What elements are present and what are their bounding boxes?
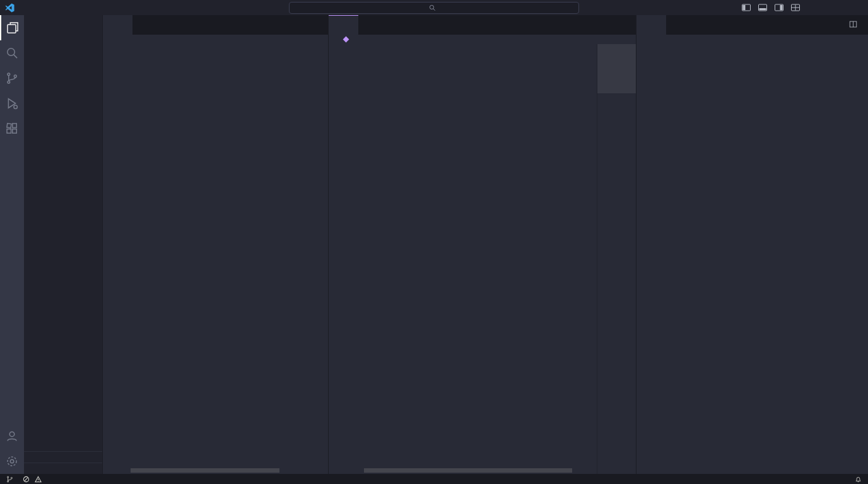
line-number-gutter (103, 44, 124, 474)
problems-indicator[interactable] (23, 476, 44, 483)
breadcrumb (103, 35, 328, 44)
editor-pane (329, 44, 636, 474)
code-area[interactable] (658, 44, 868, 474)
warnings-icon (35, 476, 42, 483)
breadcrumb (329, 35, 636, 44)
horizontal-scrollbar[interactable] (364, 468, 572, 473)
title-bar (0, 0, 868, 15)
extensions-icon[interactable] (0, 116, 24, 141)
source-control-icon[interactable] (0, 66, 24, 91)
tab-incoming-erp-payload[interactable] (103, 15, 133, 35)
code-area[interactable] (350, 44, 636, 474)
method-symbol-icon (343, 37, 349, 43)
editor-pane (636, 44, 868, 474)
toggle-panel-icon[interactable] (754, 0, 771, 15)
vscode-logo-icon (0, 3, 19, 13)
tab-bar (636, 15, 868, 35)
minimap-slider[interactable] (597, 44, 636, 93)
tab-bar (103, 15, 328, 35)
close-button[interactable] (847, 0, 868, 15)
run-debug-icon[interactable] (0, 91, 24, 116)
timeline-panel-header[interactable] (24, 463, 102, 474)
editor-group-transform (328, 15, 636, 474)
tab-outgoing-crm-payload[interactable] (636, 15, 667, 35)
git-branch-indicator[interactable] (6, 476, 16, 483)
status-bar (0, 474, 868, 484)
line-number-gutter (329, 44, 350, 474)
editor-group-outgoing (636, 15, 868, 474)
project-section-header[interactable] (24, 32, 102, 43)
explorer-icon[interactable] (0, 15, 24, 40)
toggle-sidebar-icon[interactable] (738, 0, 754, 15)
errors-icon (23, 476, 30, 483)
activity-bar (0, 15, 24, 474)
minimap[interactable] (597, 44, 636, 474)
tab-bar (329, 15, 636, 35)
breadcrumb (636, 35, 868, 44)
search-icon[interactable] (0, 40, 24, 66)
customize-layout-icon[interactable] (787, 0, 804, 15)
explorer-sidebar (24, 15, 102, 474)
line-number-gutter (636, 44, 658, 474)
command-center[interactable] (289, 2, 579, 14)
horizontal-scrollbar[interactable] (131, 468, 279, 473)
editor-group-incoming (102, 15, 328, 474)
toggle-secondary-sidebar-icon[interactable] (771, 0, 787, 15)
tab-transform-js[interactable] (329, 15, 359, 35)
code-area[interactable] (124, 44, 328, 474)
minimize-button[interactable] (804, 0, 825, 15)
settings-gear-icon[interactable] (0, 449, 24, 474)
split-editor-icon[interactable] (849, 20, 857, 31)
editor-pane (103, 44, 328, 474)
search-icon (429, 4, 436, 11)
outline-panel-header[interactable] (24, 451, 102, 463)
branch-icon (6, 476, 13, 483)
notifications-bell-icon[interactable] (855, 476, 862, 483)
account-icon[interactable] (0, 424, 24, 449)
maximize-button[interactable] (825, 0, 847, 15)
